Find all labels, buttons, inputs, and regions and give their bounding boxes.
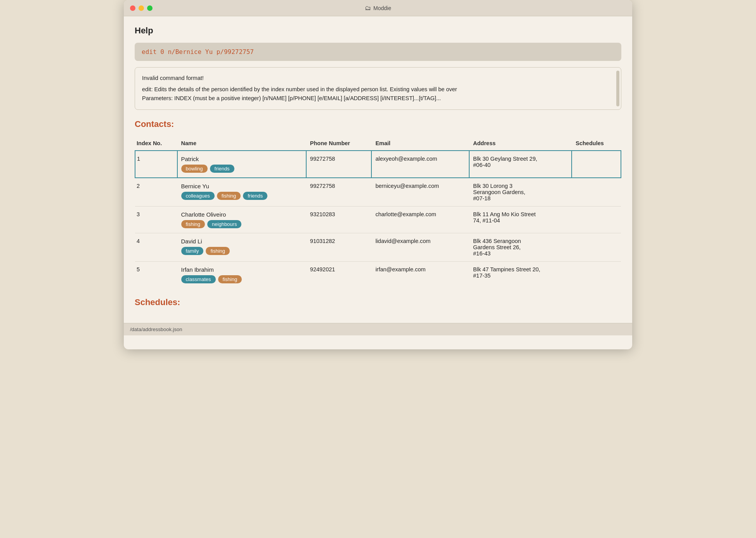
tag-neighbours: neighbours [207, 220, 241, 228]
cell-name: Charlotte Oliveirofishingneighbours [177, 206, 306, 233]
help-title: Help [135, 26, 621, 36]
cell-name: David Lifamilyfishing [177, 233, 306, 261]
title-bar: 🗂 Moddie [124, 0, 632, 16]
maximize-button[interactable] [147, 5, 153, 11]
table-header: Index No. Name Phone Number Email Addres… [135, 137, 621, 151]
app-title: 🗂 Moddie [365, 5, 391, 12]
cell-name: Patrickbowlingfriends [177, 151, 306, 178]
table-row[interactable]: 3Charlotte Oliveirofishingneighbours9321… [135, 206, 621, 233]
error-line2: edit: Edits the details of the person id… [142, 85, 614, 94]
window-controls [130, 5, 153, 11]
cell-address: Blk 436 Serangoon Gardens Street 26, #16… [469, 233, 572, 261]
tag-fishing: fishing [218, 275, 242, 283]
error-box: Invalid command format! edit: Edits the … [135, 67, 621, 110]
table-body: 1Patrickbowlingfriends99272758alexyeoh@e… [135, 151, 621, 288]
cell-name: Bernice Yucolleaguesfishingfriends [177, 178, 306, 207]
cell-schedules [572, 261, 621, 288]
tag-friends: friends [210, 165, 234, 173]
contact-name: Irfan Ibrahim [181, 266, 302, 273]
contact-tags: familyfishing [181, 247, 302, 255]
contact-tags: fishingneighbours [181, 220, 302, 228]
cell-address: Blk 30 Geylang Street 29, #06-40 [469, 151, 572, 178]
contact-tags: colleaguesfishingfriends [181, 192, 302, 200]
tag-fishing: fishing [181, 220, 205, 228]
contact-tags: bowlingfriends [181, 165, 302, 173]
footer-bar: /data/addressbook.json [124, 323, 632, 335]
cell-phone: 99272758 [306, 151, 372, 178]
main-content: Help edit 0 n/Bernice Yu p/99272757 Inva… [124, 16, 632, 317]
cell-phone: 93210283 [306, 206, 372, 233]
app-title-text: Moddie [373, 5, 391, 11]
command-text: edit 0 n/Bernice Yu p/99272757 [142, 48, 254, 56]
col-schedules: Schedules [572, 137, 621, 151]
error-line1: Invalid command format! [142, 74, 614, 83]
cell-schedules [572, 178, 621, 207]
cell-email: berniceyu@example.com [371, 178, 469, 207]
cell-schedules [572, 233, 621, 261]
contact-tags: classmatesfishing [181, 275, 302, 283]
cell-address: Blk 30 Lorong 3 Serangoon Gardens, #07-1… [469, 178, 572, 207]
tag-fishing: fishing [217, 192, 241, 200]
cell-index: 3 [135, 206, 177, 233]
cell-address: Blk 11 Ang Mo Kio Street 74, #11-04 [469, 206, 572, 233]
cell-phone: 91031282 [306, 233, 372, 261]
col-address: Address [469, 137, 572, 151]
cell-index: 2 [135, 178, 177, 207]
contact-name: Charlotte Oliveiro [181, 211, 302, 218]
cell-schedules [572, 151, 621, 178]
cell-email: charlotte@example.com [371, 206, 469, 233]
contact-name: Patrick [181, 156, 302, 162]
schedules-title: Schedules: [135, 297, 621, 307]
tag-fishing: fishing [206, 247, 230, 255]
command-input-bar[interactable]: edit 0 n/Bernice Yu p/99272757 [135, 43, 621, 61]
col-index: Index No. [135, 137, 177, 151]
cell-schedules [572, 206, 621, 233]
header-row: Index No. Name Phone Number Email Addres… [135, 137, 621, 151]
col-email: Email [371, 137, 469, 151]
col-name: Name [177, 137, 306, 151]
app-icon: 🗂 [365, 5, 371, 12]
table-row[interactable]: 1Patrickbowlingfriends99272758alexyeoh@e… [135, 151, 621, 178]
minimize-button[interactable] [139, 5, 144, 11]
close-button[interactable] [130, 5, 135, 11]
tag-friends: friends [243, 192, 267, 200]
cell-phone: 99272758 [306, 178, 372, 207]
contact-name: Bernice Yu [181, 183, 302, 189]
cell-index: 1 [135, 151, 177, 178]
tag-classmates: classmates [181, 275, 216, 283]
cell-index: 4 [135, 233, 177, 261]
error-line3: Parameters: INDEX (must be a positive in… [142, 94, 614, 103]
footer-path: /data/addressbook.json [130, 326, 182, 332]
cell-email: lidavid@example.com [371, 233, 469, 261]
cell-phone: 92492021 [306, 261, 372, 288]
cell-email: irfan@example.com [371, 261, 469, 288]
contacts-title: Contacts: [135, 119, 621, 129]
contact-name: David Li [181, 238, 302, 245]
tag-bowling: bowling [181, 165, 208, 173]
cell-index: 5 [135, 261, 177, 288]
cell-email: alexyeoh@example.com [371, 151, 469, 178]
tag-colleagues: colleagues [181, 192, 215, 200]
app-window: 🗂 Moddie Help edit 0 n/Bernice Yu p/9927… [124, 0, 632, 349]
contacts-table: Index No. Name Phone Number Email Addres… [135, 137, 621, 288]
cell-name: Irfan Ibrahimclassmatesfishing [177, 261, 306, 288]
col-phone: Phone Number [306, 137, 372, 151]
table-row[interactable]: 4David Lifamilyfishing91031282lidavid@ex… [135, 233, 621, 261]
tag-family: family [181, 247, 204, 255]
scrollbar[interactable] [616, 71, 619, 106]
cell-address: Blk 47 Tampines Street 20, #17-35 [469, 261, 572, 288]
table-row[interactable]: 2Bernice Yucolleaguesfishingfriends99272… [135, 178, 621, 207]
table-row[interactable]: 5Irfan Ibrahimclassmatesfishing92492021i… [135, 261, 621, 288]
